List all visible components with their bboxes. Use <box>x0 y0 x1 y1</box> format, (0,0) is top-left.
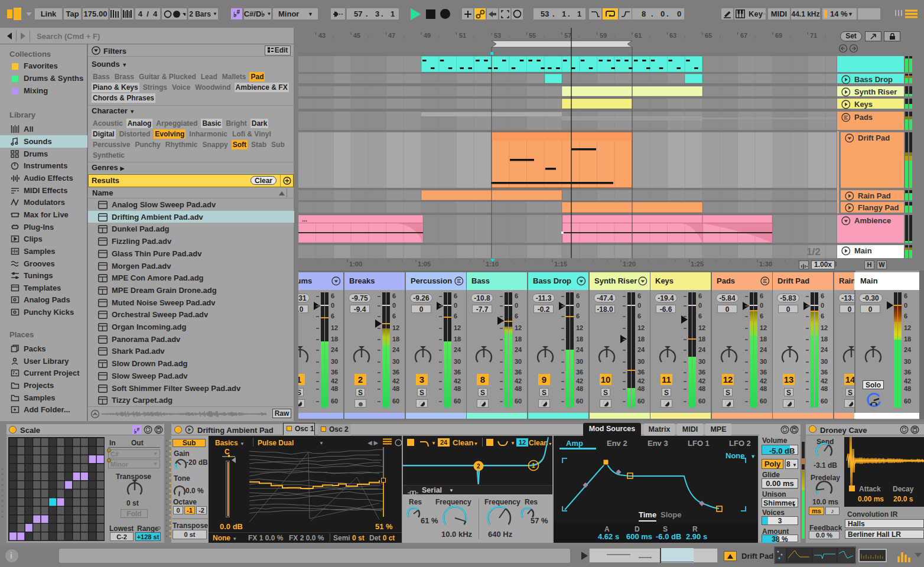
svg-text:53: 53 <box>494 32 501 39</box>
svg-text:59: 59 <box>600 32 607 39</box>
svg-text:69: 69 <box>775 32 782 39</box>
svg-text:20.0 s: 20.0 s <box>893 495 913 503</box>
svg-text:0.00 ms: 0.00 ms <box>858 495 884 503</box>
svg-text:61: 61 <box>635 32 642 39</box>
svg-text:1:05: 1:05 <box>418 260 431 268</box>
svg-text:43: 43 <box>318 32 326 39</box>
svg-text:1: 1 <box>532 462 535 469</box>
svg-text:1/2: 1/2 <box>806 246 821 258</box>
svg-text:71: 71 <box>810 32 817 39</box>
svg-text:65: 65 <box>705 32 712 39</box>
svg-text:47: 47 <box>388 32 395 39</box>
svg-text:55: 55 <box>529 32 536 39</box>
svg-text:57: 57 <box>564 32 571 39</box>
svg-text:2: 2 <box>477 463 480 470</box>
svg-text:...: ... <box>302 216 307 223</box>
svg-text:1:15: 1:15 <box>554 260 567 268</box>
svg-text:51: 51 <box>459 32 466 39</box>
svg-text:1:30: 1:30 <box>759 260 772 268</box>
svg-text:63: 63 <box>669 32 676 39</box>
svg-text:Decay: Decay <box>893 485 914 493</box>
svg-text:1:20: 1:20 <box>623 260 636 268</box>
svg-text:45: 45 <box>353 32 360 39</box>
svg-text:67: 67 <box>740 32 747 39</box>
svg-text:1:25: 1:25 <box>691 260 704 268</box>
svg-text:1:00: 1:00 <box>349 260 362 268</box>
svg-text:1:10: 1:10 <box>486 260 499 268</box>
svg-text:49: 49 <box>424 32 431 39</box>
svg-text:Attack: Attack <box>859 485 881 493</box>
